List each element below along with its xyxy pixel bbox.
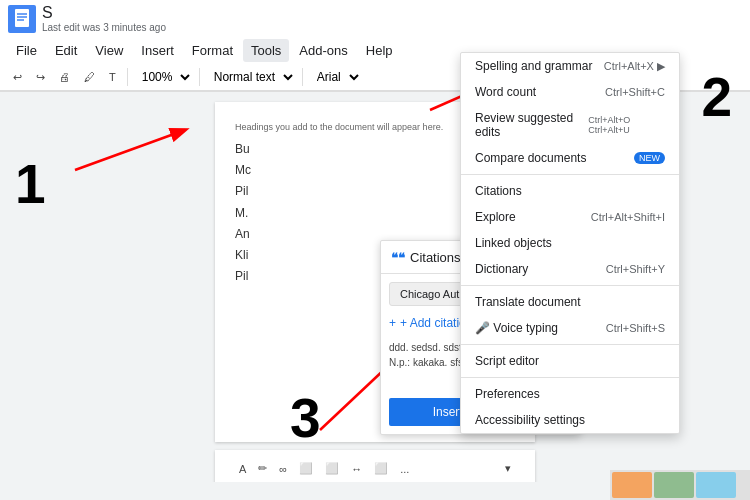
big-number-1: 1 bbox=[15, 152, 46, 216]
sub-toolbar-a[interactable]: A bbox=[235, 461, 250, 477]
sub-toolbar-indent[interactable]: ↔ bbox=[347, 461, 366, 477]
zoom-select[interactable]: 100% bbox=[134, 67, 193, 87]
dropdown-spelling[interactable]: Spelling and grammar Ctrl+Alt+X ▶ bbox=[461, 53, 679, 79]
menu-insert[interactable]: Insert bbox=[133, 39, 182, 62]
menu-format[interactable]: Format bbox=[184, 39, 241, 62]
divider-3 bbox=[461, 344, 679, 345]
tools-dropdown: Spelling and grammar Ctrl+Alt+X ▶ Word c… bbox=[460, 52, 680, 434]
dropdown-preferences[interactable]: Preferences bbox=[461, 381, 679, 407]
sub-toolbar-pen[interactable]: ✏ bbox=[254, 460, 271, 477]
spell-check-button[interactable]: T bbox=[104, 68, 121, 86]
menu-tools[interactable]: Tools bbox=[243, 39, 289, 62]
doc-page-bottom: A ✏ ∞ ⬜ ⬜ ↔ ⬜ ... ▾ le Doce bbox=[215, 450, 535, 482]
divider-2 bbox=[461, 285, 679, 286]
dropdown-linked[interactable]: Linked objects bbox=[461, 230, 679, 256]
svg-rect-0 bbox=[15, 9, 29, 27]
title-info: S Last edit was 3 minutes ago bbox=[42, 4, 166, 33]
redo-button[interactable]: ↪ bbox=[31, 68, 50, 87]
taskbar-strip bbox=[610, 470, 750, 500]
doc-title: S bbox=[42, 4, 166, 22]
dropdown-accessibility[interactable]: Accessibility settings bbox=[461, 407, 679, 433]
undo-button[interactable]: ↩ bbox=[8, 68, 27, 87]
big-number-2: 2 bbox=[701, 65, 732, 129]
menu-file[interactable]: File bbox=[8, 39, 45, 62]
doc-icon bbox=[8, 5, 36, 33]
citations-title-text: Citations bbox=[410, 250, 461, 265]
divider-4 bbox=[461, 377, 679, 378]
dropdown-voice[interactable]: 🎤 Voice typing Ctrl+Shift+S bbox=[461, 315, 679, 341]
big-number-3: 3 bbox=[290, 386, 321, 450]
print-button[interactable]: 🖨 bbox=[54, 68, 75, 86]
dropdown-compare[interactable]: Compare documents NEW bbox=[461, 145, 679, 171]
sub-toolbar-img[interactable]: ⬜ bbox=[295, 460, 317, 477]
menu-addons[interactable]: Add-ons bbox=[291, 39, 355, 62]
last-edit: Last edit was 3 minutes ago bbox=[42, 22, 166, 33]
sub-toolbar-link[interactable]: ∞ bbox=[275, 461, 291, 477]
paint-format-button[interactable]: 🖊 bbox=[79, 68, 100, 86]
style-select[interactable]: Normal text bbox=[206, 67, 296, 87]
dropdown-translate[interactable]: Translate document bbox=[461, 289, 679, 315]
taskbar-thumbnail-1 bbox=[612, 472, 652, 498]
divider-1 bbox=[461, 174, 679, 175]
menu-edit[interactable]: Edit bbox=[47, 39, 85, 62]
menu-view[interactable]: View bbox=[87, 39, 131, 62]
dropdown-citations[interactable]: Citations bbox=[461, 178, 679, 204]
plus-icon: + bbox=[389, 316, 396, 330]
font-select[interactable]: Arial bbox=[309, 67, 362, 87]
dropdown-explore[interactable]: Explore Ctrl+Alt+Shift+I bbox=[461, 204, 679, 230]
citations-icon: ❝❝ bbox=[391, 250, 405, 265]
taskbar-thumbnail-3 bbox=[696, 472, 736, 498]
sub-toolbar: A ✏ ∞ ⬜ ⬜ ↔ ⬜ ... ▾ bbox=[235, 460, 515, 477]
dropdown-script[interactable]: Script editor bbox=[461, 348, 679, 374]
sub-toolbar-more[interactable]: ⬜ bbox=[370, 460, 392, 477]
dropdown-dictionary[interactable]: Dictionary Ctrl+Shift+Y bbox=[461, 256, 679, 282]
menu-help[interactable]: Help bbox=[358, 39, 401, 62]
citations-title: ❝❝ Citations bbox=[391, 250, 461, 265]
dropdown-review[interactable]: Review suggested edits Ctrl+Alt+O Ctrl+A… bbox=[461, 105, 679, 145]
sub-toolbar-right[interactable]: ▾ bbox=[501, 460, 515, 477]
sub-toolbar-table[interactable]: ⬜ bbox=[321, 460, 343, 477]
taskbar-thumbnail-2 bbox=[654, 472, 694, 498]
dropdown-wordcount[interactable]: Word count Ctrl+Shift+C bbox=[461, 79, 679, 105]
sub-toolbar-options[interactable]: ... bbox=[396, 461, 413, 477]
